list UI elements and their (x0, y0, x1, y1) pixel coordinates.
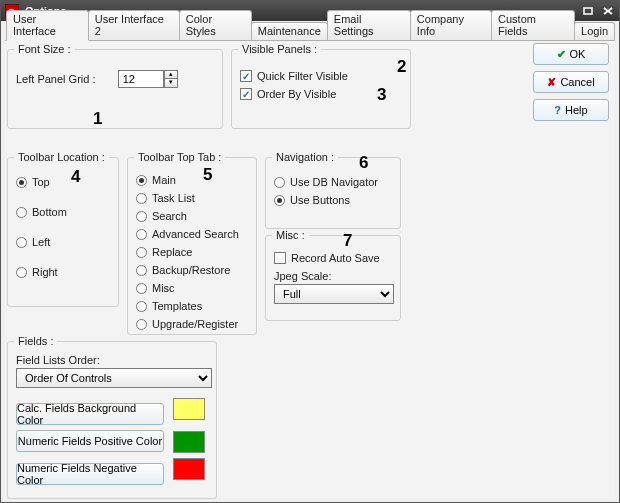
group-misc: Misc : ✓ Record Auto Save Jpeg Scale: Fu… (265, 235, 401, 321)
cancel-button[interactable]: ✘Cancel (533, 71, 609, 93)
radio-right[interactable]: Right (16, 264, 110, 280)
swatch-num-pos (173, 431, 205, 453)
select-field-lists-order[interactable]: Order Of Controls (16, 368, 212, 388)
tab-custom-fields[interactable]: Custom Fields (491, 10, 575, 40)
spin-up-icon[interactable]: ▲ (164, 70, 178, 79)
legend-visible-panels: Visible Panels : (238, 43, 321, 55)
radio-dot-icon (136, 175, 147, 186)
right-buttons: ✔OK ✘Cancel ?Help (533, 43, 613, 127)
radio-main[interactable]: Main (136, 172, 248, 188)
radio-dot-icon (16, 237, 27, 248)
radio-search[interactable]: Search (136, 208, 248, 224)
help-button[interactable]: ?Help (533, 99, 609, 121)
radio-upgrade-register[interactable]: Upgrade/Register (136, 316, 248, 332)
checkbox-order-by[interactable]: ✓ Order By Visible (240, 86, 402, 102)
tab-user-interface[interactable]: User Interface (6, 10, 89, 41)
legend-toolbar-top-tab: Toolbar Top Tab : (134, 151, 225, 163)
radio-use-buttons[interactable]: Use Buttons (274, 192, 392, 208)
radio-dot-icon (274, 195, 285, 206)
spin-down-icon[interactable]: ▼ (164, 79, 178, 88)
radio-dot-icon (136, 211, 147, 222)
checkbox-quick-filter[interactable]: ✓ Quick Filter Visible (240, 68, 402, 84)
swatch-calc-bg (173, 398, 205, 420)
group-navigation: Navigation : Use DB NavigatorUse Buttons (265, 157, 401, 229)
radio-dot-icon (136, 193, 147, 204)
radio-top[interactable]: Top (16, 174, 110, 190)
x-icon: ✘ (547, 76, 556, 89)
radio-replace[interactable]: Replace (136, 244, 248, 260)
tab-user-interface-2[interactable]: User Interface 2 (88, 10, 180, 40)
legend-fields: Fields : (14, 335, 57, 347)
check-icon: ✔ (557, 48, 566, 61)
swatch-num-neg (173, 458, 205, 480)
options-window: D Options User InterfaceUser Interface 2… (0, 0, 620, 503)
radio-dot-icon (136, 283, 147, 294)
group-toolbar-location: Toolbar Location : TopBottomLeftRight (7, 157, 119, 307)
legend-navigation: Navigation : (272, 151, 338, 163)
maximize-button[interactable] (581, 5, 595, 17)
group-visible-panels: Visible Panels : ✓ Quick Filter Visible … (231, 49, 411, 129)
label-left-panel-grid: Left Panel Grid : (16, 73, 96, 85)
checkmark-icon: ✓ (240, 70, 252, 82)
tab-company-info[interactable]: Company Info (410, 10, 492, 40)
group-font-size: Font Size : Left Panel Grid : ▲ ▼ (7, 49, 223, 129)
group-toolbar-top-tab: Toolbar Top Tab : MainTask ListSearchAdv… (127, 157, 257, 335)
radio-dot-icon (136, 229, 147, 240)
radio-advanced-search[interactable]: Advanced Search (136, 226, 248, 242)
radio-use-db-navigator[interactable]: Use DB Navigator (274, 174, 392, 190)
radio-dot-icon (136, 247, 147, 258)
radio-dot-icon (136, 301, 147, 312)
button-num-neg-color[interactable]: Numeric Fields Negative Color (16, 463, 164, 485)
tabs-bar: User InterfaceUser Interface 2Color Styl… (5, 21, 615, 41)
ok-button[interactable]: ✔OK (533, 43, 609, 65)
radio-dot-icon (136, 319, 147, 330)
radio-left[interactable]: Left (16, 234, 110, 250)
tab-email-settings[interactable]: Email Settings (327, 10, 411, 40)
radio-dot-icon (274, 177, 285, 188)
left-panel-grid-input[interactable] (118, 70, 164, 88)
group-fields: Fields : Field Lists Order: Order Of Con… (7, 341, 217, 499)
button-calc-bg-color[interactable]: Calc. Fields Background Color (16, 403, 164, 425)
button-num-pos-color[interactable]: Numeric Fields Positive Color (16, 430, 164, 452)
radio-bottom[interactable]: Bottom (16, 204, 110, 220)
tab-login[interactable]: Login (574, 22, 615, 40)
select-jpeg-scale[interactable]: Full (274, 284, 394, 304)
close-button[interactable] (601, 5, 615, 17)
question-icon: ? (554, 104, 561, 116)
radio-misc[interactable]: Misc (136, 280, 248, 296)
label-jpeg-scale: Jpeg Scale: (274, 270, 392, 282)
checkbox-record-auto-save[interactable]: ✓ Record Auto Save (274, 250, 392, 266)
radio-templates[interactable]: Templates (136, 298, 248, 314)
tab-maintenance[interactable]: Maintenance (251, 22, 328, 40)
checkmark-icon: ✓ (274, 252, 286, 264)
radio-dot-icon (16, 177, 27, 188)
legend-misc: Misc : (272, 229, 309, 241)
radio-dot-icon (136, 265, 147, 276)
radio-dot-icon (16, 267, 27, 278)
legend-toolbar-location: Toolbar Location : (14, 151, 109, 163)
radio-task-list[interactable]: Task List (136, 190, 248, 206)
checkmark-icon: ✓ (240, 88, 252, 100)
label-field-lists-order: Field Lists Order: (16, 354, 208, 366)
tab-color-styles[interactable]: Color Styles (179, 10, 252, 40)
legend-font-size: Font Size : (14, 43, 75, 55)
radio-dot-icon (16, 207, 27, 218)
radio-backup-restore[interactable]: Backup/Restore (136, 262, 248, 278)
svg-rect-1 (584, 8, 592, 14)
